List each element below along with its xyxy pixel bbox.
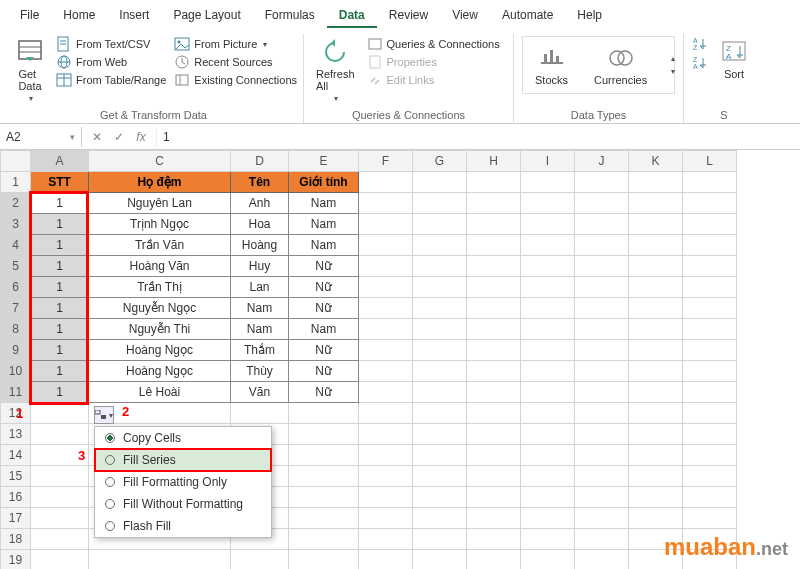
- cell[interactable]: 1: [31, 235, 89, 256]
- menu-help[interactable]: Help: [565, 4, 614, 28]
- row-header[interactable]: 6: [1, 277, 31, 298]
- row-header[interactable]: 16: [1, 487, 31, 508]
- cell[interactable]: Nữ: [289, 361, 359, 382]
- col-header[interactable]: F: [359, 151, 413, 172]
- menu-file[interactable]: File: [8, 4, 51, 28]
- cell[interactable]: Nam: [231, 319, 289, 340]
- menu-data[interactable]: Data: [327, 4, 377, 28]
- cell[interactable]: Trần Văn: [89, 235, 231, 256]
- table-header-cell[interactable]: Họ đệm: [89, 172, 231, 193]
- stocks-button[interactable]: Stocks: [531, 42, 572, 88]
- menu-insert[interactable]: Insert: [107, 4, 161, 28]
- row-header[interactable]: 1: [1, 172, 31, 193]
- cell[interactable]: Nam: [289, 193, 359, 214]
- col-header[interactable]: A: [31, 151, 89, 172]
- table-header-cell[interactable]: Giới tính: [289, 172, 359, 193]
- col-header[interactable]: E: [289, 151, 359, 172]
- cell[interactable]: Anh: [231, 193, 289, 214]
- cell[interactable]: Nam: [231, 298, 289, 319]
- cell[interactable]: Nữ: [289, 298, 359, 319]
- cell[interactable]: Trần Thị: [89, 277, 231, 298]
- cell[interactable]: 1: [31, 382, 89, 403]
- row-header[interactable]: 10: [1, 361, 31, 382]
- col-header[interactable]: I: [521, 151, 575, 172]
- autofill-options-button[interactable]: ▾: [94, 406, 114, 424]
- queries-connections-button[interactable]: Queries & Connections: [367, 36, 500, 52]
- row-header[interactable]: 3: [1, 214, 31, 235]
- table-header-cell[interactable]: Tên: [231, 172, 289, 193]
- ctx-fill-series[interactable]: Fill Series: [95, 449, 271, 471]
- select-all-corner[interactable]: [1, 151, 31, 172]
- ctx-fill-without-formatting[interactable]: Fill Without Formatting: [95, 493, 271, 515]
- col-header[interactable]: D: [231, 151, 289, 172]
- menu-page-layout[interactable]: Page Layout: [161, 4, 252, 28]
- cell[interactable]: Nam: [289, 235, 359, 256]
- cell[interactable]: Nguyễn Thi: [89, 319, 231, 340]
- row-header[interactable]: 8: [1, 319, 31, 340]
- cell[interactable]: 1: [31, 361, 89, 382]
- col-header[interactable]: K: [629, 151, 683, 172]
- sort-button[interactable]: ZASort: [716, 36, 752, 82]
- cell[interactable]: Trịnh Ngọc: [89, 214, 231, 235]
- enter-icon[interactable]: ✓: [108, 130, 130, 144]
- row-header[interactable]: 13: [1, 424, 31, 445]
- cell[interactable]: 1: [31, 277, 89, 298]
- menu-review[interactable]: Review: [377, 4, 440, 28]
- col-header[interactable]: L: [683, 151, 737, 172]
- cell[interactable]: Thắm: [231, 340, 289, 361]
- row-header[interactable]: 2: [1, 193, 31, 214]
- table-header-cell[interactable]: STT: [31, 172, 89, 193]
- recent-sources-button[interactable]: Recent Sources: [174, 54, 297, 70]
- row-header[interactable]: 18: [1, 529, 31, 550]
- cell[interactable]: Hoàng: [231, 235, 289, 256]
- cell[interactable]: 1: [31, 193, 89, 214]
- row-header[interactable]: 9: [1, 340, 31, 361]
- name-box[interactable]: A2▾: [0, 127, 82, 147]
- cell[interactable]: Nữ: [289, 277, 359, 298]
- menu-formulas[interactable]: Formulas: [253, 4, 327, 28]
- ctx-fill-formatting-only[interactable]: Fill Formatting Only: [95, 471, 271, 493]
- cancel-icon[interactable]: ✕: [86, 130, 108, 144]
- cell[interactable]: 1: [31, 214, 89, 235]
- cell[interactable]: Nữ: [289, 340, 359, 361]
- from-table-button[interactable]: From Table/Range: [56, 72, 166, 88]
- refresh-all-button[interactable]: Refresh All ▾: [312, 36, 359, 105]
- col-header[interactable]: C: [89, 151, 231, 172]
- row-header[interactable]: 11: [1, 382, 31, 403]
- cell[interactable]: Hoàng Văn: [89, 256, 231, 277]
- ctx-flash-fill[interactable]: Flash Fill: [95, 515, 271, 537]
- cell[interactable]: Nữ: [289, 256, 359, 277]
- cell[interactable]: Văn: [231, 382, 289, 403]
- col-header[interactable]: J: [575, 151, 629, 172]
- row-header[interactable]: 15: [1, 466, 31, 487]
- from-picture-button[interactable]: From Picture ▾: [174, 36, 297, 52]
- row-header[interactable]: 17: [1, 508, 31, 529]
- cell[interactable]: Hoàng Ngọc: [89, 361, 231, 382]
- cell[interactable]: Huy: [231, 256, 289, 277]
- cell[interactable]: 1: [31, 319, 89, 340]
- cell[interactable]: Nam: [289, 319, 359, 340]
- cell[interactable]: 1: [31, 340, 89, 361]
- sort-az-button[interactable]: AZ: [692, 36, 708, 52]
- ctx-copy-cells[interactable]: Copy Cells: [95, 427, 271, 449]
- from-textcsv-button[interactable]: From Text/CSV: [56, 36, 166, 52]
- cell[interactable]: Lê Hoài: [89, 382, 231, 403]
- fx-icon[interactable]: fx: [130, 130, 152, 144]
- row-header[interactable]: 5: [1, 256, 31, 277]
- row-header[interactable]: 14: [1, 445, 31, 466]
- cell[interactable]: Nguyễn Ngọc: [89, 298, 231, 319]
- row-header[interactable]: 4: [1, 235, 31, 256]
- currencies-button[interactable]: Currencies: [590, 42, 651, 88]
- get-data-button[interactable]: Get Data ▾: [12, 36, 48, 105]
- cell[interactable]: Thùy: [231, 361, 289, 382]
- cell[interactable]: Nguyên Lan: [89, 193, 231, 214]
- menu-view[interactable]: View: [440, 4, 490, 28]
- row-header[interactable]: 19: [1, 550, 31, 570]
- cell[interactable]: 1: [31, 256, 89, 277]
- from-web-button[interactable]: From Web: [56, 54, 166, 70]
- cell[interactable]: Nữ: [289, 382, 359, 403]
- cell[interactable]: Hoa: [231, 214, 289, 235]
- cell[interactable]: Lan: [231, 277, 289, 298]
- col-header[interactable]: H: [467, 151, 521, 172]
- formula-input[interactable]: 1: [156, 127, 800, 147]
